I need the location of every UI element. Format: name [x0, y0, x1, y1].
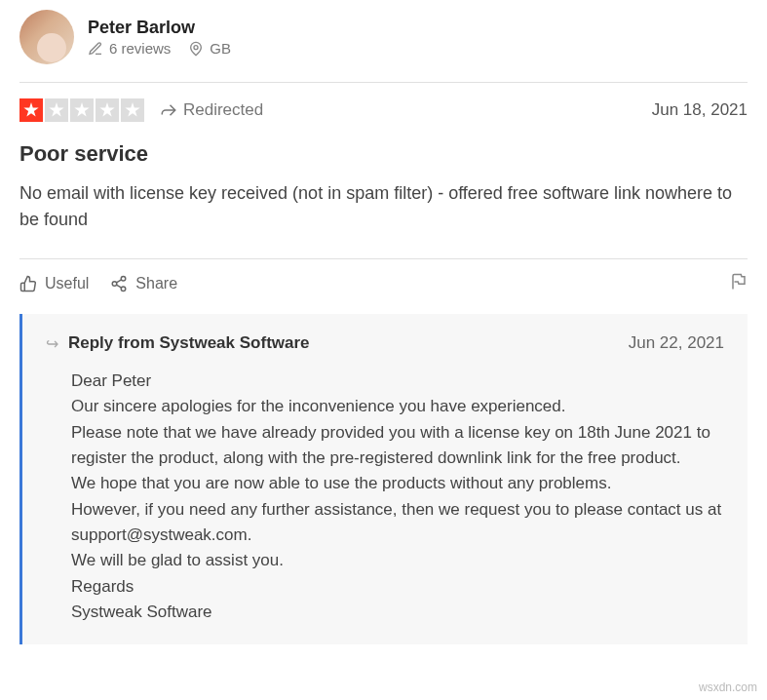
- svg-point-1: [122, 277, 127, 282]
- review-count-text: 6 reviews: [109, 40, 171, 57]
- share-label: Share: [135, 275, 177, 292]
- pencil-icon: [88, 41, 103, 57]
- reply-date: Jun 22, 2021: [629, 333, 724, 353]
- actions-row: Useful Share: [19, 259, 748, 308]
- reply-line: However, if you need any further assista…: [71, 497, 724, 549]
- reply-line: Regards: [71, 574, 724, 600]
- reply-box: ↪ Reply from Systweak Software Jun 22, 2…: [19, 314, 748, 644]
- reply-line: Our sincere apologies for the inconvenie…: [71, 394, 724, 419]
- reviewer-meta: 6 reviews GB: [88, 40, 231, 57]
- star-empty-icon: [121, 98, 144, 122]
- review-count[interactable]: 6 reviews: [88, 40, 171, 57]
- reviewer-name[interactable]: Peter Barlow: [88, 18, 231, 38]
- reply-line: Systweak Software: [71, 600, 724, 625]
- flag-icon: [730, 273, 748, 291]
- location-text: GB: [210, 40, 231, 57]
- flag-button[interactable]: [730, 273, 748, 294]
- star-empty-icon: [70, 98, 94, 122]
- redirected-label: Redirected: [183, 100, 263, 120]
- svg-point-3: [122, 287, 127, 292]
- reply-line: Dear Peter: [71, 369, 724, 394]
- share-button[interactable]: Share: [110, 275, 177, 292]
- reviewer-header: Peter Barlow 6 reviews GB: [19, 10, 748, 82]
- avatar[interactable]: [19, 10, 74, 64]
- reply-header: ↪ Reply from Systweak Software Jun 22, 2…: [46, 333, 724, 353]
- user-info: Peter Barlow 6 reviews GB: [88, 18, 231, 57]
- reply-body: Dear PeterOur sincere apologies for the …: [46, 369, 724, 625]
- reply-line: We hope that you are now able to use the…: [71, 471, 724, 496]
- useful-label: Useful: [45, 275, 89, 292]
- reply-arrow-icon: ↪: [46, 334, 58, 353]
- review-body: No email with license key received (not …: [19, 180, 748, 233]
- reply-company: Systweak Software: [160, 333, 310, 352]
- review-title: Poor service: [19, 141, 748, 167]
- star-filled-icon: [19, 98, 43, 122]
- share-icon: [110, 275, 128, 292]
- redirect-icon: [160, 101, 177, 119]
- useful-button[interactable]: Useful: [19, 275, 89, 292]
- svg-line-4: [117, 285, 122, 288]
- star-empty-icon: [96, 98, 119, 122]
- svg-point-2: [113, 282, 118, 287]
- location: GB: [188, 40, 231, 57]
- star-empty-icon: [45, 98, 68, 122]
- thumbs-up-icon: [19, 275, 37, 292]
- svg-line-5: [117, 280, 122, 283]
- rating-row: Redirected Jun 18, 2021: [19, 83, 748, 141]
- reply-from-prefix: Reply from: [68, 333, 160, 352]
- reply-line: We will be glad to assist you.: [71, 548, 724, 573]
- reply-from: Reply from Systweak Software: [68, 333, 310, 353]
- svg-point-0: [194, 45, 198, 49]
- redirected-badge: Redirected: [160, 100, 263, 120]
- location-icon: [188, 41, 204, 57]
- star-rating: [19, 98, 144, 122]
- reply-line: Please note that we have already provide…: [71, 420, 724, 472]
- review-date: Jun 18, 2021: [652, 100, 748, 120]
